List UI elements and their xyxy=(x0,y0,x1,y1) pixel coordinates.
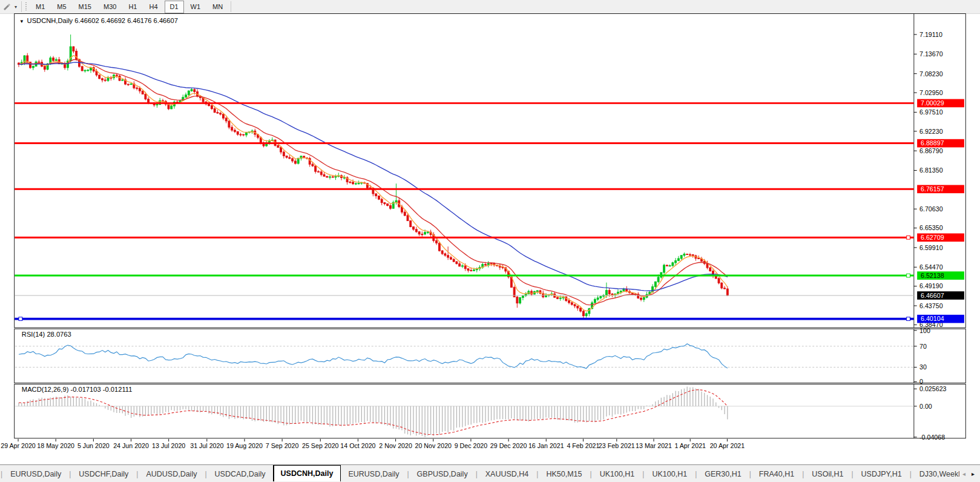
candle-body xyxy=(384,203,386,204)
time-tick-label: 31 Jul 2020 xyxy=(190,442,223,449)
candle-body xyxy=(104,80,106,81)
chart-tab-uk100-h1[interactable]: UK100,H1 xyxy=(593,465,642,482)
timeframe-button-mn[interactable]: MN xyxy=(207,1,228,13)
chart-tab-gbpusd-daily[interactable]: GBPUSD,Daily xyxy=(410,465,475,482)
candle-body xyxy=(502,267,504,268)
timeframe-button-m1[interactable]: M1 xyxy=(30,1,50,13)
rsi-panel[interactable] xyxy=(15,329,966,383)
candle-body xyxy=(698,259,700,259)
price-tick-label: 6.43750 xyxy=(919,302,943,309)
candle-body xyxy=(234,130,235,131)
time-axis[interactable]: 29 Apr 202018 May 20205 Jun 202024 Jun 2… xyxy=(1,439,745,449)
candle-body xyxy=(387,203,389,205)
candle-body xyxy=(450,257,452,259)
timeframe-button-h1[interactable]: H1 xyxy=(123,1,142,13)
candle-body xyxy=(473,270,475,271)
time-tick-label: 9 Dec 2020 xyxy=(455,442,488,449)
chart-tab-usoil-h1[interactable]: USOil,H1 xyxy=(804,465,850,482)
candle-body xyxy=(568,301,570,303)
toolbar-gripper[interactable] xyxy=(25,2,27,12)
candle-body xyxy=(427,232,429,233)
chart-tab-xauusd-h4[interactable]: XAUUSD,H4 xyxy=(478,465,536,482)
time-tick-label: 20 Apr 2021 xyxy=(710,442,745,449)
timeframe-button-d1[interactable]: D1 xyxy=(165,1,184,13)
timeframe-button-w1[interactable]: W1 xyxy=(185,1,206,13)
candle-body xyxy=(608,290,610,294)
candle-body xyxy=(292,159,294,161)
candle-body xyxy=(490,263,492,264)
chart-title-text: USDCNH,Daily 6.46602 6.46692 6.46176 6.4… xyxy=(27,17,178,24)
candle-body xyxy=(352,182,354,184)
candle-body xyxy=(381,199,383,203)
candle-body xyxy=(459,264,461,266)
crosshair-tool-glyph xyxy=(2,2,11,11)
candle-body xyxy=(222,114,224,118)
chart-tab-usdjpy-h1[interactable]: USDJPY,H1 xyxy=(854,465,909,482)
candle-body xyxy=(456,262,458,264)
candle-body xyxy=(332,177,334,177)
time-tick-label: 13 Jul 2020 xyxy=(152,442,185,449)
tab-scroll-left-icon[interactable]: ◂ xyxy=(959,470,968,477)
candle-body xyxy=(410,221,412,227)
hline-handle[interactable] xyxy=(907,317,910,321)
timeframe-button-m15[interactable]: M15 xyxy=(73,1,97,13)
chart-canvas[interactable]: 7.191107.136707.082307.029506.975106.922… xyxy=(0,13,980,464)
chart-tab-usdchf-daily[interactable]: USDCHF,Daily xyxy=(71,465,136,482)
candle-body xyxy=(81,67,83,71)
hline-handle[interactable] xyxy=(19,317,22,321)
timeframe-button-m30[interactable]: M30 xyxy=(98,1,122,13)
chart-tab-uk100-h1[interactable]: UK100,H1 xyxy=(645,465,694,482)
candle-body xyxy=(580,308,582,311)
candle-body xyxy=(211,106,212,109)
candle-body xyxy=(536,291,538,292)
time-tick-label: 14 Oct 2020 xyxy=(340,442,375,449)
chart-tab-usdcnh-daily[interactable]: USDCNH,Daily xyxy=(273,465,341,481)
price-flag-label: 6.76157 xyxy=(921,185,944,193)
timeframe-button-m5[interactable]: M5 xyxy=(51,1,71,13)
candle-body xyxy=(32,66,34,67)
candle-body xyxy=(246,133,248,135)
candle-body xyxy=(315,166,317,171)
candle-body xyxy=(286,156,288,157)
chart-tab-audusd-daily[interactable]: AUDUSD,Daily xyxy=(139,465,204,482)
chart-tab-usdcad-daily[interactable]: USDCAD,Daily xyxy=(208,465,273,482)
macd-tick-label: -0.04068 xyxy=(919,434,945,441)
main-chart-area[interactable] xyxy=(15,13,966,328)
tool-dropdown-caret-icon[interactable]: ▾ xyxy=(12,4,19,10)
candle-body xyxy=(55,59,57,61)
title-marker-icon[interactable]: ▼ xyxy=(19,19,24,24)
price-tick-label: 6.70630 xyxy=(919,205,943,213)
hline-handle[interactable] xyxy=(907,274,910,277)
candle-body xyxy=(326,176,328,177)
candle-body xyxy=(683,254,685,255)
hline-handle[interactable] xyxy=(907,236,910,239)
price-tick-label: 6.54470 xyxy=(919,263,943,271)
chart-tab-ger30-h1[interactable]: GER30,H1 xyxy=(697,465,748,482)
macd-label: MACD(12,26,9) -0.017103 -0.012111 xyxy=(22,386,133,393)
candle-body xyxy=(335,177,337,177)
candle-body xyxy=(228,121,230,127)
candle-body xyxy=(225,118,227,121)
candle-body xyxy=(531,291,533,294)
candle-body xyxy=(231,127,233,130)
time-tick-label: 23 Feb 2021 xyxy=(599,442,635,449)
price-tick-label: 6.97510 xyxy=(919,108,943,116)
candle-body xyxy=(390,206,392,209)
candle-body xyxy=(712,271,714,276)
candle-body xyxy=(421,234,423,235)
candle-body xyxy=(424,233,426,234)
candle-body xyxy=(726,289,728,295)
candle-body xyxy=(323,174,325,176)
chart-tab-eurusd-daily[interactable]: EURUSD,Daily xyxy=(3,465,68,482)
chart-tab-dj30-weekly[interactable]: DJ30,Weekly xyxy=(912,465,959,482)
crosshair-tool-icon[interactable] xyxy=(1,1,12,12)
price-tick-label: 6.86790 xyxy=(919,147,943,154)
candle-body xyxy=(289,157,291,159)
tab-scroll-right-icon[interactable]: ▸ xyxy=(968,470,978,477)
chart-tab-hk50-m15[interactable]: HK50,M15 xyxy=(539,465,589,482)
candle-body xyxy=(294,161,296,163)
chart-tab-eurusd-daily[interactable]: EURUSD,Daily xyxy=(341,465,406,482)
chart-tab-fra40-h1[interactable]: FRA40,H1 xyxy=(752,465,801,482)
price-flag-label: 6.62709 xyxy=(921,234,944,241)
timeframe-button-h4[interactable]: H4 xyxy=(143,1,163,13)
